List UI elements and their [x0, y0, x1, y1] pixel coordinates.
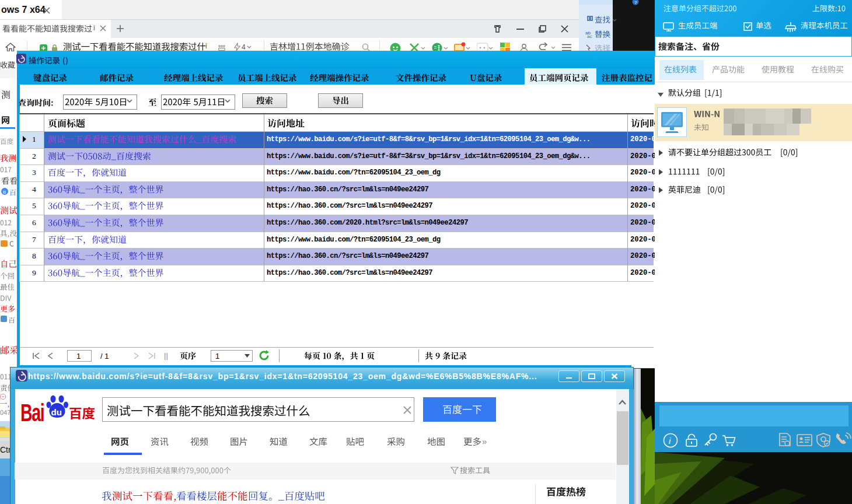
svg-text:i: i — [669, 436, 671, 446]
svg-text:du: du — [51, 407, 62, 417]
svg-text:ac: ac — [587, 34, 592, 38]
svg-text:B: B — [3, 190, 6, 195]
svg-text:?: ? — [634, 0, 637, 5]
svg-text:4: 4 — [242, 43, 246, 51]
